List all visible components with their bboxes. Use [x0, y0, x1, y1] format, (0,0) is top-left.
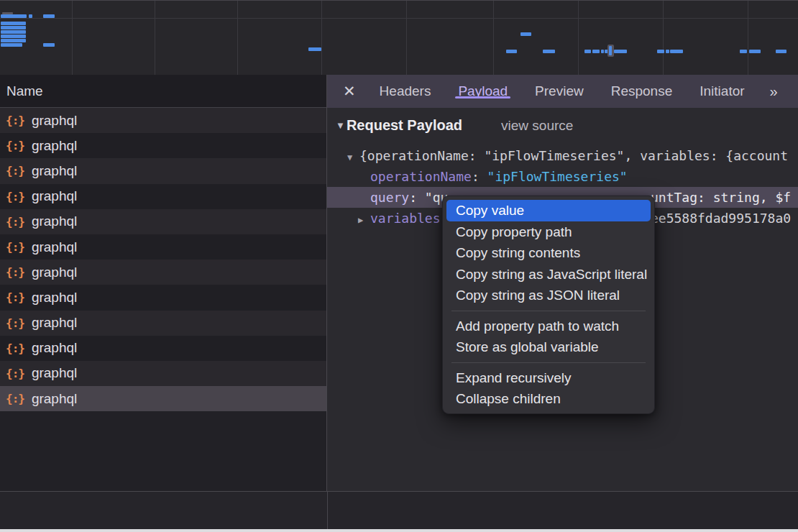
menu-item-copy-string-as-javascript-literal[interactable]: Copy string as JavaScript literal [446, 264, 651, 285]
tree-row-root[interactable]: ▼{operationName: "ipFlowTimeseries", var… [327, 145, 798, 166]
json-fetch-icon: {:} [6, 139, 24, 152]
request-name-label: graphql [32, 391, 77, 407]
menu-item-add-property-path-to-watch[interactable]: Add property path to watch [446, 316, 651, 337]
network-activity-bar [657, 50, 664, 53]
request-name-label: graphql [32, 188, 77, 204]
network-activity-bar [1, 22, 26, 25]
property-value-right: untTag: string, $f [651, 187, 791, 208]
menu-separator [451, 311, 646, 311]
network-activity-bar [43, 43, 55, 47]
window-bottom-edge [0, 529, 798, 532]
bottom-bar [0, 491, 798, 532]
json-fetch-icon: {:} [6, 114, 24, 127]
network-activity-bar [1, 43, 22, 47]
network-activity-bar [543, 50, 555, 53]
overview-gridline [748, 1, 748, 75]
request-row[interactable]: {:}graphql [0, 158, 326, 183]
menu-item-copy-string-as-json-literal[interactable]: Copy string as JSON literal [446, 285, 651, 306]
name-column-header[interactable]: Name [0, 75, 326, 108]
menu-item-expand-recursively[interactable]: Expand recursively [446, 367, 651, 389]
overview-gridline [321, 1, 322, 75]
tab-payload[interactable]: Payload [458, 83, 508, 98]
section-title: Request Payload [347, 117, 462, 134]
overview-gridline [72, 1, 73, 75]
property-key: query [370, 190, 409, 205]
context-menu: Copy valueCopy property pathCopy string … [442, 196, 655, 414]
request-row[interactable]: {:}graphql [0, 361, 326, 386]
network-activity-bar [1, 35, 26, 38]
json-fetch-icon: {:} [6, 316, 24, 330]
network-activity-bar [614, 50, 627, 53]
more-tabs-chevron-icon[interactable]: » [770, 83, 776, 100]
request-row[interactable]: {:}graphql [0, 311, 326, 336]
request-row[interactable]: {:}graphql [0, 209, 326, 234]
json-fetch-icon: {:} [6, 215, 24, 229]
key-separator: : [472, 169, 487, 184]
request-name-label: graphql [32, 214, 77, 229]
menu-item-copy-value[interactable]: Copy value [446, 200, 651, 221]
request-list-panel: Name {:}graphql{:}graphql{:}graphql{:}gr… [0, 75, 327, 491]
json-fetch-icon: {:} [6, 190, 24, 203]
request-name-label: graphql [32, 365, 77, 381]
json-fetch-icon: {:} [6, 367, 24, 380]
collapse-triangle-icon[interactable]: ▶ [358, 210, 370, 229]
section-expand-triangle-icon[interactable]: ▼ [336, 120, 345, 131]
json-fetch-icon: {:} [6, 341, 24, 355]
menu-item-collapse-children[interactable]: Collapse children [446, 388, 651, 410]
network-activity-bar [670, 50, 683, 53]
request-name-label: graphql [32, 239, 77, 255]
request-row[interactable]: {:}graphql [0, 386, 326, 411]
network-activity-bar [592, 50, 600, 53]
menu-separator [451, 362, 646, 363]
json-fetch-icon: {:} [6, 392, 24, 405]
request-name-label: graphql [32, 290, 77, 306]
request-name-label: graphql [32, 315, 77, 331]
menu-item-copy-property-path[interactable]: Copy property path [446, 221, 651, 243]
expand-triangle-icon[interactable]: ▼ [347, 147, 359, 166]
network-overview[interactable] [0, 0, 798, 75]
overview-gridline [578, 1, 579, 75]
request-name-label: graphql [32, 340, 77, 356]
menu-item-copy-string-contents[interactable]: Copy string contents [446, 242, 651, 264]
view-source-link[interactable]: view source [501, 118, 573, 134]
network-activity-bar [749, 50, 761, 53]
tab-initiator[interactable]: Initiator [700, 83, 744, 98]
network-activity-bar [1, 30, 26, 34]
network-activity-bar [308, 47, 321, 51]
request-row[interactable]: {:}graphql [0, 260, 326, 285]
property-key: variables [370, 211, 441, 226]
request-name-label: graphql [32, 113, 77, 129]
root-preview-text: {operationName: "ipFlowTimeseries", vari… [359, 148, 788, 163]
overview-gridline [237, 1, 238, 75]
menu-item-store-as-global-variable[interactable]: Store as global variable [446, 336, 651, 358]
request-row[interactable]: {:}graphql [0, 108, 326, 133]
close-icon[interactable]: ✕ [343, 83, 356, 100]
network-activity-bar [776, 50, 786, 53]
request-name-label: graphql [32, 265, 77, 280]
request-row[interactable]: {:}graphql [0, 133, 326, 158]
request-row[interactable]: {:}graphql [0, 234, 326, 260]
json-fetch-icon: {:} [6, 164, 24, 178]
request-name-label: graphql [32, 138, 77, 154]
overview-gridline [493, 1, 494, 75]
tree-row-operation-name[interactable]: operationName: "ipFlowTimeseries" [327, 166, 798, 187]
panel-divider [327, 492, 328, 529]
network-activity-bar [666, 50, 669, 53]
tab-response[interactable]: Response [611, 83, 673, 98]
overview-gridline [663, 1, 664, 75]
json-fetch-icon: {:} [6, 290, 24, 304]
tab-preview[interactable]: Preview [535, 83, 584, 98]
network-activity-bar [1, 26, 26, 29]
request-row[interactable]: {:}graphql [0, 285, 326, 310]
request-row[interactable]: {:}graphql [0, 336, 326, 361]
request-name-label: graphql [32, 163, 77, 179]
network-activity-bar [506, 50, 517, 53]
detail-tabs: HeadersPayloadPreviewResponseInitiator [366, 75, 758, 108]
request-row[interactable]: {:}graphql [0, 184, 326, 209]
detail-tab-bar: ✕ HeadersPayloadPreviewResponseInitiator… [327, 75, 798, 108]
network-activity-bar [1, 39, 26, 42]
overview-gridline [406, 1, 407, 75]
overview-gridline [155, 1, 155, 75]
network-activity-bar [584, 50, 591, 53]
tab-headers[interactable]: Headers [380, 83, 431, 98]
